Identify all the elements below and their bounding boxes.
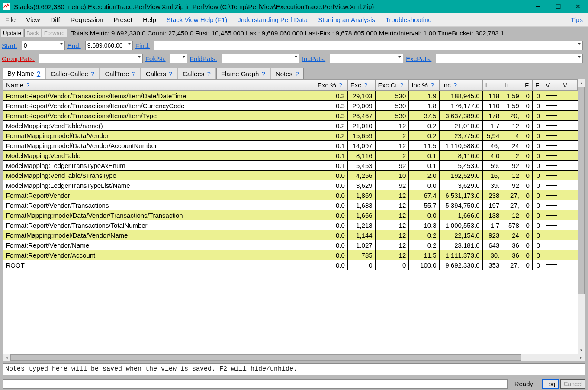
foldpats-label[interactable]: FoldPats:	[190, 55, 217, 62]
table-row[interactable]: ModelMapping:VendTable0.18,11620.18,116.…	[3, 151, 578, 161]
cell-name[interactable]: Format:Report/Vendor/Transactions	[3, 200, 315, 210]
col-v1[interactable]: V	[543, 80, 560, 91]
table-row[interactable]: FormatMapping:model/Data/Vendor/AccountN…	[3, 141, 578, 151]
end-combo[interactable]	[85, 41, 133, 50]
cell-name[interactable]: Format:Report/Vendor/Name	[3, 240, 315, 250]
help-link[interactable]: ?	[169, 70, 172, 77]
cell-name[interactable]: FormatMapping:model/Data/Vendor/AccountN…	[3, 141, 315, 151]
menu-file[interactable]: File	[0, 13, 21, 27]
cell-name[interactable]: Format:Report/Vendor/Transactions/Items/…	[3, 111, 315, 121]
help-link[interactable]: ?	[400, 81, 403, 89]
excpats-label[interactable]: ExcPats:	[406, 55, 431, 62]
cell-name[interactable]: FormatMapping:model/Data/Vendor	[3, 131, 315, 141]
back-button[interactable]: Back	[24, 29, 41, 37]
stacks-table[interactable]: Name ? Exc % ? Exc ? Exc Ct ? Inc % ? In…	[3, 79, 578, 270]
table-row[interactable]: ModelMapping:LedgerTransTypeAxEnum0.15,4…	[3, 161, 578, 171]
tab-notes[interactable]: Notes ?	[271, 68, 304, 79]
help-link[interactable]: ?	[431, 81, 434, 89]
table-row[interactable]: Format:Report/Vendor0.01,8691267.46,531,…	[3, 190, 578, 200]
scroll-down-icon[interactable]: ▾	[578, 346, 585, 354]
menu-view[interactable]: View	[21, 13, 45, 27]
end-label[interactable]: End:	[67, 42, 81, 49]
close-button[interactable]: ✕	[568, 0, 588, 13]
link-understanding-perf-data[interactable]: Jnderstanding Perf Data	[232, 13, 313, 27]
link-troubleshooting[interactable]: Troubleshooting	[380, 13, 437, 27]
cell-name[interactable]: Format:Report/Vendor/Transactions/Items/…	[3, 91, 315, 101]
help-link[interactable]: ?	[207, 70, 210, 77]
table-row[interactable]: Format:Report/Vendor/Transactions/Items/…	[3, 101, 578, 111]
grouppats-combo[interactable]	[39, 54, 143, 63]
update-button[interactable]: Update	[1, 29, 23, 37]
help-link[interactable]: ?	[262, 70, 265, 77]
table-row[interactable]: Format:Report/Vendor/Account0.07851211.5…	[3, 250, 578, 260]
start-label[interactable]: Start:	[2, 42, 17, 49]
tab-flame-graph[interactable]: Flame Graph ?	[216, 68, 270, 79]
foldpct-combo[interactable]	[170, 54, 187, 63]
table-row[interactable]: Format:Report/Vendor/Name0.01,027120.223…	[3, 240, 578, 250]
cell-name[interactable]: ModelMapping:LedgerTransTypeList/Name	[3, 180, 315, 190]
find-combo[interactable]	[154, 41, 583, 50]
vertical-scrollbar[interactable]: ▴ ▾	[578, 79, 585, 354]
excpats-combo[interactable]	[436, 54, 583, 63]
status-text-input[interactable]	[3, 379, 508, 389]
cell-name[interactable]: ModelMapping:LedgerTransTypeAxEnum	[3, 161, 315, 171]
table-row[interactable]: ModelMapping:VendTable/$TransType0.04,25…	[3, 171, 578, 180]
find-label[interactable]: Find:	[135, 42, 150, 49]
start-combo[interactable]	[22, 41, 65, 50]
table-row[interactable]: Format:Report/Vendor/Transactions/TotalN…	[3, 220, 578, 230]
scroll-right-icon[interactable]: ▸	[578, 354, 585, 361]
foldpats-combo[interactable]	[222, 54, 299, 63]
cell-name[interactable]: ModelMapping:VendTable/$TransType	[3, 171, 315, 180]
col-inc-pct[interactable]: Inc % ?	[409, 80, 439, 91]
maximize-button[interactable]: ☐	[548, 0, 568, 13]
col-exc-ct[interactable]: Exc Ct ?	[375, 80, 409, 91]
forward-button[interactable]: Forward	[42, 29, 67, 37]
menu-help[interactable]: Help	[138, 13, 161, 27]
cell-name[interactable]: Format:Report/Vendor	[3, 190, 315, 200]
table-row[interactable]: ModelMapping:LedgerTransTypeList/Name0.0…	[3, 180, 578, 190]
table-row[interactable]: FormatMapping:model/Data/Vendor0.215,659…	[3, 131, 578, 141]
scroll-left-icon[interactable]: ◂	[3, 354, 10, 361]
tab-caller-callee[interactable]: Caller-Callee ?	[46, 68, 99, 79]
tab-callees[interactable]: Callees ?	[178, 68, 215, 79]
table-row[interactable]: Format:Report/Vendor/Transactions0.01,68…	[3, 200, 578, 210]
tab-by-name[interactable]: By Name ?	[3, 68, 45, 79]
table-row[interactable]: ModelMapping:VendTable/name()0.221,01012…	[3, 121, 578, 131]
help-link[interactable]: ?	[364, 81, 367, 89]
menu-regression[interactable]: Regression	[65, 13, 109, 27]
cell-name[interactable]: ROOT	[3, 260, 315, 270]
cell-name[interactable]: FormatMapping:model/Data/Vendor/Name	[3, 230, 315, 240]
col-f2[interactable]: F	[532, 80, 543, 91]
cell-name[interactable]: Format:Report/Vendor/Account	[3, 250, 315, 260]
link-stack-view-help[interactable]: Stack View Help (F1)	[161, 13, 233, 27]
table-row[interactable]: FormatMapping:model/Data/Vendor/Transact…	[3, 210, 578, 220]
incpats-combo[interactable]	[330, 54, 403, 63]
help-link[interactable]: ?	[132, 70, 135, 77]
help-link[interactable]: ?	[26, 81, 29, 89]
tab-calltree[interactable]: CallTree ?	[100, 68, 140, 79]
scroll-up-icon[interactable]: ▴	[578, 79, 585, 87]
col-small-1[interactable]: Iı	[482, 80, 502, 91]
help-link[interactable]: ?	[295, 70, 299, 77]
col-small-2[interactable]: Iı	[502, 80, 522, 91]
cell-name[interactable]: ModelMapping:VendTable	[3, 151, 315, 161]
col-exc-pct[interactable]: Exc % ?	[315, 80, 348, 91]
foldpct-label[interactable]: Fold%:	[145, 55, 166, 62]
link-starting-analysis[interactable]: Starting an Analysis	[313, 13, 380, 27]
col-v2[interactable]: V	[560, 80, 578, 91]
help-link[interactable]: ?	[91, 70, 94, 77]
col-f1[interactable]: F	[522, 80, 532, 91]
link-tips[interactable]: Tips	[566, 13, 588, 27]
help-link[interactable]: ?	[453, 81, 457, 89]
horizontal-scrollbar[interactable]: ◂ ▸	[3, 354, 585, 361]
col-name[interactable]: Name ?	[3, 80, 315, 91]
cell-name[interactable]: FormatMapping:model/Data/Vendor/Transact…	[3, 210, 315, 220]
cancel-button[interactable]: Cancel	[560, 379, 585, 389]
table-row[interactable]: ROOT0.000100.09,692,330.035327,00	[3, 260, 578, 270]
minimize-button[interactable]: ─	[528, 0, 548, 13]
col-inc[interactable]: Inc ?	[439, 80, 482, 91]
col-exc[interactable]: Exc ?	[347, 80, 375, 91]
table-row[interactable]: Format:Report/Vendor/Transactions/Items/…	[3, 91, 578, 101]
table-row[interactable]: FormatMapping:model/Data/Vendor/Name0.01…	[3, 230, 578, 240]
cell-name[interactable]: Format:Report/Vendor/Transactions/Items/…	[3, 101, 315, 111]
